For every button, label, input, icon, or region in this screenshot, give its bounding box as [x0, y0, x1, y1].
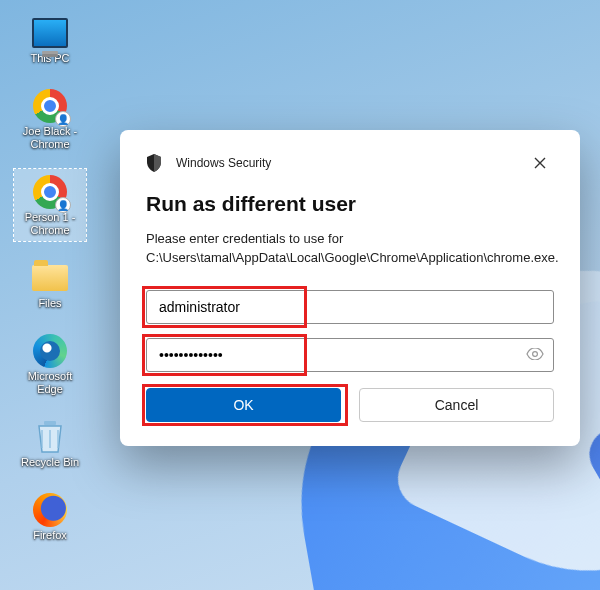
desktop-icon-joe-black-chrome[interactable]: 👤Joe Black - Chrome: [14, 83, 86, 155]
desktop-icon-label: Microsoft Edge: [16, 370, 84, 396]
dialog-heading: Run as different user: [146, 192, 554, 216]
profile-badge-icon: 👤: [55, 111, 71, 127]
desktop-icon-label: Recycle Bin: [21, 456, 79, 469]
username-input[interactable]: [146, 290, 554, 324]
cancel-button-label: Cancel: [435, 397, 479, 413]
desktop-icon-recycle[interactable]: Recycle Bin: [14, 414, 86, 473]
dialog-title: Windows Security: [176, 156, 271, 170]
desktop-icon-label: Firefox: [33, 529, 67, 542]
files-icon: [30, 259, 70, 297]
desktop-icon-edge[interactable]: Microsoft Edge: [14, 328, 86, 400]
firefox-icon: [30, 491, 70, 529]
dialog-body-text: Please enter credentials to use for C:\U…: [146, 230, 554, 268]
close-icon: [534, 157, 546, 169]
desktop-icon-label: Files: [38, 297, 61, 310]
recycle-icon: [30, 418, 70, 456]
password-field-wrap: [146, 338, 554, 372]
reveal-password-button[interactable]: [526, 346, 544, 364]
close-button[interactable]: [526, 149, 554, 177]
this-pc-icon: [30, 14, 70, 52]
ok-button-label: OK: [233, 397, 253, 413]
shield-icon: [146, 154, 162, 172]
dialog-button-row: OK Cancel: [146, 388, 554, 422]
person1-chrome-icon: 👤: [30, 173, 70, 211]
ok-button[interactable]: OK: [146, 388, 341, 422]
password-input[interactable]: [146, 338, 554, 372]
edge-icon: [30, 332, 70, 370]
profile-badge-icon: 👤: [55, 197, 71, 213]
desktop-icon-this-pc[interactable]: This PC: [14, 10, 86, 69]
username-field-wrap: [146, 290, 554, 324]
desktop-icon-firefox[interactable]: Firefox: [14, 487, 86, 546]
dialog-form: OK Cancel: [146, 290, 554, 422]
eye-icon: [526, 348, 544, 360]
joe-black-chrome-icon: 👤: [30, 87, 70, 125]
cancel-button[interactable]: Cancel: [359, 388, 554, 422]
desktop-icon-list: This PC👤Joe Black - Chrome👤Person 1 - Ch…: [14, 10, 86, 546]
svg-rect-0: [44, 421, 56, 425]
desktop-icon-person1-chrome[interactable]: 👤Person 1 - Chrome: [14, 169, 86, 241]
svg-point-1: [533, 351, 538, 356]
desktop-icon-files[interactable]: Files: [14, 255, 86, 314]
credentials-dialog: Windows Security Run as different user P…: [120, 130, 580, 446]
desktop-icon-label: Joe Black - Chrome: [16, 125, 84, 151]
desktop-icon-label: Person 1 - Chrome: [16, 211, 84, 237]
dialog-titlebar: Windows Security: [146, 148, 554, 178]
